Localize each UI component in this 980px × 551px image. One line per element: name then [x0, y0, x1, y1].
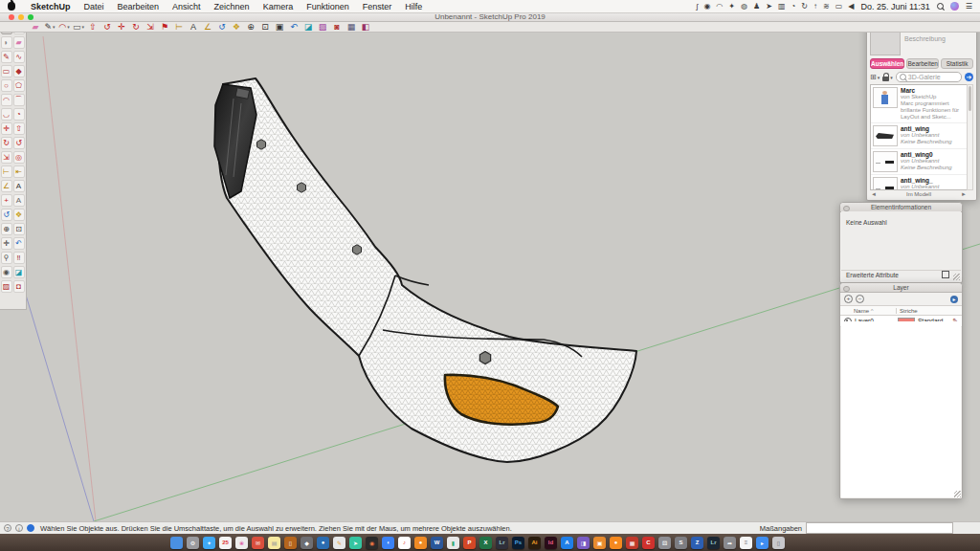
bolt-icon[interactable]: [257, 140, 266, 149]
measurements-input[interactable]: [806, 522, 953, 534]
remove-layer-button[interactable]: −: [856, 295, 864, 303]
section-plane-icon[interactable]: ◪: [13, 266, 25, 278]
dock-numbers-icon[interactable]: ▮: [447, 537, 459, 549]
component-tool-icon[interactable]: ◧: [360, 22, 371, 32]
text-icon[interactable]: A: [13, 180, 25, 192]
pie-icon[interactable]: ◔: [13, 108, 25, 121]
component-item[interactable]: anti_wing0von UnbekanntKeine Beschreibun…: [871, 149, 967, 175]
warehouse-search-input[interactable]: 3D-Galerie: [896, 72, 962, 82]
tab-statistik[interactable]: Statistik: [941, 58, 973, 69]
circle-icon[interactable]: ○: [1, 79, 12, 92]
dock-cube-icon[interactable]: ◆: [301, 537, 313, 549]
dock-app-blue-icon[interactable]: ●: [317, 537, 329, 549]
model-viewport[interactable]: [0, 32, 980, 521]
text-tool-icon[interactable]: A: [188, 22, 199, 32]
protractor-icon[interactable]: ∠: [1, 180, 12, 192]
pan-icon[interactable]: ❖: [13, 209, 25, 221]
dock-folder-icon[interactable]: ▸: [756, 537, 768, 549]
move-tool-icon[interactable]: ✛: [116, 22, 127, 32]
menu-item-fenster[interactable]: Fenster: [356, 2, 399, 11]
protractor-tool-icon[interactable]: ∠: [202, 22, 213, 32]
orbit-icon[interactable]: ↺: [1, 209, 12, 221]
section-plane-tool-icon[interactable]: ◪: [302, 22, 314, 32]
menu-item-hilfe[interactable]: Hilfe: [398, 2, 429, 11]
dock-safari-icon[interactable]: ✦: [203, 537, 215, 549]
volume-icon[interactable]: ◀: [848, 0, 854, 12]
component-item[interactable]: Marcvon SketchUpMarc programmiert brilla…: [871, 85, 967, 123]
menu-item-sketchup[interactable]: SketchUp: [24, 2, 78, 11]
attributes-icon[interactable]: [942, 271, 949, 278]
zoom-window-tool-icon[interactable]: ⊡: [259, 22, 271, 32]
layers-title-bar[interactable]: Layer: [840, 283, 962, 293]
section-cut-tool-icon[interactable]: ▨: [317, 22, 328, 32]
dimension-icon[interactable]: ⇤: [13, 165, 25, 178]
caret-icon[interactable]: ▾: [67, 22, 70, 32]
dock-box-purple-icon[interactable]: ◨: [577, 537, 590, 549]
sync-icon[interactable]: ↻: [801, 0, 808, 12]
dock-pages-icon[interactable]: ✎: [333, 537, 345, 549]
rotate-tool-icon[interactable]: ↻: [130, 22, 142, 32]
orbit-tool-icon[interactable]: ↺: [216, 22, 228, 32]
section-fill-icon[interactable]: ◘: [13, 280, 25, 293]
freehand-icon[interactable]: ∿: [13, 51, 25, 63]
add-layer-button[interactable]: +: [844, 295, 853, 303]
move-icon[interactable]: ✛: [1, 122, 12, 135]
three-point-arc-icon[interactable]: ◡: [1, 108, 12, 121]
menu-item-ansicht[interactable]: Ansicht: [166, 2, 208, 11]
instructor-icon[interactable]: [27, 524, 34, 532]
dock-s-app-icon[interactable]: S: [675, 537, 687, 549]
push-pull-icon[interactable]: ⇧: [13, 122, 25, 135]
info-icon[interactable]: i: [15, 524, 23, 532]
zoom-extents-icon[interactable]: ✛: [1, 237, 12, 250]
camera-icon[interactable]: ◠: [716, 0, 723, 12]
menu-item-kamera[interactable]: Kamera: [256, 2, 301, 11]
wifi-icon[interactable]: ≋: [823, 0, 830, 12]
wing-model[interactable]: [214, 78, 636, 462]
advanced-attributes-label[interactable]: Erweiterte Attribute: [846, 272, 899, 278]
bolt-icon[interactable]: [353, 245, 362, 254]
dock-settings-icon[interactable]: ⚙: [187, 537, 199, 549]
follow-me-tool-icon[interactable]: ↺: [101, 22, 113, 32]
caret-icon[interactable]: ▾: [53, 22, 56, 32]
dock-word-icon[interactable]: W: [431, 537, 443, 549]
push-pull-tool-icon[interactable]: ⇧: [87, 22, 99, 32]
search-go-icon[interactable]: ➔: [965, 73, 973, 81]
dock-dice-icon[interactable]: ⚄: [658, 537, 671, 549]
zoom-icon[interactable]: ⊕: [1, 223, 12, 235]
resize-grip[interactable]: [953, 274, 960, 280]
axes-icon[interactable]: +: [1, 194, 12, 207]
paint-bucket-icon[interactable]: ◗: [1, 36, 12, 49]
dropbox-icon[interactable]: ✦: [728, 0, 735, 12]
view-options-icon[interactable]: ⊞: [870, 73, 877, 81]
zoom-extents-tool-icon[interactable]: ▣: [274, 22, 285, 32]
bolt-icon[interactable]: [298, 183, 306, 192]
component-item[interactable]: anti_wingvon UnbekanntKeine Beschreibung: [871, 123, 967, 149]
dock-powerpoint-icon[interactable]: P: [463, 537, 476, 549]
dock-photos-icon[interactable]: ❀: [235, 537, 248, 549]
components-list[interactable]: Marcvon SketchUpMarc programmiert brilla…: [870, 84, 968, 190]
tape-measure-tool-icon[interactable]: ⊢: [173, 22, 185, 32]
previous-view-icon[interactable]: ↶: [13, 237, 25, 250]
plugin-icon[interactable]: ʃ: [697, 0, 699, 12]
dock-box-orange-icon[interactable]: ▣: [593, 537, 606, 549]
dock-z-app-icon[interactable]: Z: [691, 537, 703, 549]
dock-messages-icon[interactable]: ◖: [382, 537, 394, 549]
caret-icon[interactable]: ▾: [82, 22, 85, 32]
record-icon[interactable]: ◔: [791, 0, 795, 12]
menu-item-funktionen[interactable]: Funktionen: [300, 2, 356, 11]
offset-icon[interactable]: ◎: [13, 151, 25, 164]
tab-auswählen[interactable]: Auswählen: [870, 58, 904, 69]
line-icon[interactable]: ✎: [1, 51, 12, 63]
dock-finder-icon[interactable]: [170, 537, 183, 549]
arc-icon[interactable]: ◠: [1, 94, 12, 106]
xray-tool-icon[interactable]: ▦: [345, 22, 357, 32]
dock-sketchup-c-icon[interactable]: C: [642, 537, 655, 549]
position-camera-icon[interactable]: ⚲: [1, 252, 12, 264]
help-icon[interactable]: ?: [4, 524, 11, 532]
menu-item-zeichnen[interactable]: Zeichnen: [208, 2, 256, 11]
dock-itunes-icon[interactable]: ●: [414, 537, 427, 549]
rectangle-icon[interactable]: ▭: [1, 65, 12, 77]
notification-center-icon[interactable]: ☰: [966, 2, 972, 11]
model-canvas[interactable]: [0, 32, 980, 521]
wing-body[interactable]: [218, 78, 636, 462]
